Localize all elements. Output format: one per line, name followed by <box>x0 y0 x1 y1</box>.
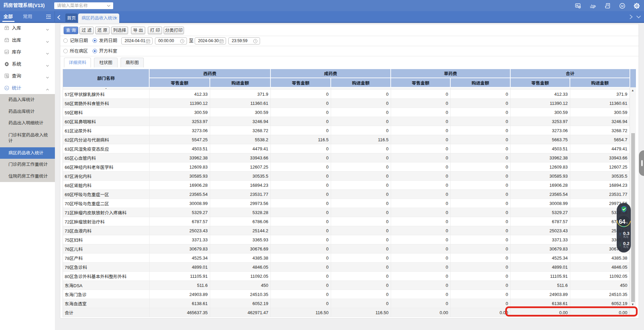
svg-text:SI: SI <box>621 4 624 8</box>
svg-text:SI: SI <box>576 4 578 7</box>
